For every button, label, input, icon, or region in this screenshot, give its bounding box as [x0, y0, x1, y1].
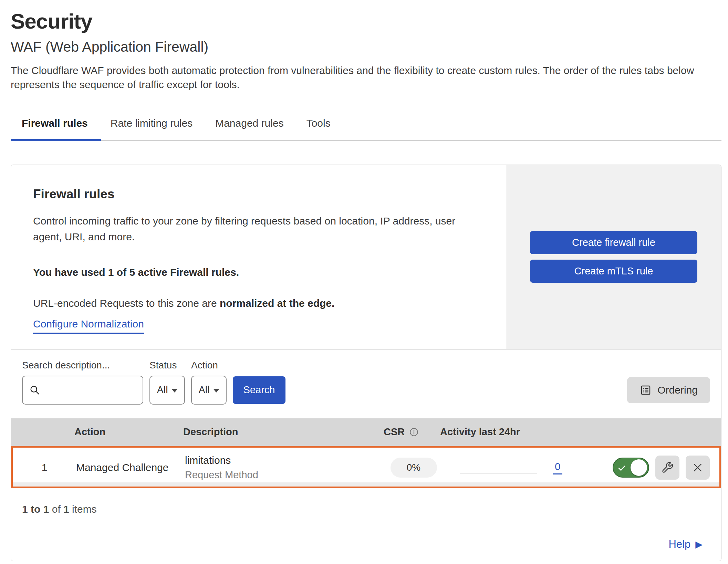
rule-description-cell: limitations Request Method — [185, 455, 385, 481]
status-select[interactable]: All — [149, 376, 185, 405]
page-description: The Cloudflare WAF provides both automat… — [11, 63, 706, 92]
list-icon — [639, 384, 652, 396]
wrench-icon — [661, 461, 674, 474]
ordering-button[interactable]: Ordering — [627, 377, 710, 403]
header-action: Action — [74, 426, 183, 438]
search-input[interactable] — [41, 378, 143, 402]
arrow-right-icon: ▶ — [695, 540, 703, 549]
tab-tools[interactable]: Tools — [306, 117, 331, 140]
csr-badge: 0% — [391, 458, 437, 478]
configure-normalization-link[interactable]: Configure Normalization — [33, 318, 144, 334]
normalization-statement: URL-encoded Requests to this zone are no… — [33, 297, 484, 309]
page-subtitle: WAF (Web Application Firewall) — [11, 39, 721, 55]
ordering-button-label: Ordering — [657, 384, 698, 396]
header-description: Description — [183, 426, 384, 438]
search-field-label: Search description... — [22, 360, 143, 371]
header-activity: Activity last 24hr — [440, 426, 602, 438]
pagination-range: 1 to 1 — [22, 503, 49, 515]
rule-action: Managed Challenge — [76, 462, 185, 473]
pagination-items: items — [69, 503, 97, 515]
action-select[interactable]: All — [191, 376, 227, 405]
rule-priority: 1 — [13, 462, 76, 473]
normalization-bold-text: normalized at the edge. — [220, 297, 334, 309]
page-title: Security — [11, 9, 721, 33]
action-field-label: Action — [191, 360, 227, 371]
filter-fields: Search description... Status All — [22, 360, 285, 405]
pagination-total: 1 — [63, 503, 69, 515]
filter-toolbar: Search description... Status All — [11, 349, 721, 418]
rule-description-detail: Request Method — [185, 469, 385, 481]
status-field-group: Status All — [149, 360, 185, 405]
delete-rule-button[interactable] — [686, 456, 710, 480]
create-mtls-rule-button[interactable]: Create mTLS rule — [530, 260, 697, 283]
status-select-value: All — [157, 384, 168, 396]
help-link-label: Help — [668, 538, 690, 551]
active-tab-indicator — [11, 139, 101, 141]
tab-managed-rules[interactable]: Managed rules — [215, 117, 283, 140]
tab-rate-limiting-rules[interactable]: Rate limiting rules — [111, 117, 193, 140]
action-field-group: Action All — [191, 360, 227, 405]
chevron-down-icon — [171, 389, 178, 393]
rule-description: limitations — [185, 455, 385, 466]
action-select-value: All — [198, 384, 209, 396]
toggle-knob — [631, 459, 647, 476]
rules-table-header: Action Description CSR Activity last 24h… — [11, 418, 721, 446]
usage-statement: You have used 1 of 5 active Firewall rul… — [33, 267, 484, 278]
rule-enabled-toggle[interactable] — [613, 458, 649, 478]
activity-sparkline — [460, 473, 537, 473]
waf-page: Security WAF (Web Application Firewall) … — [11, 9, 721, 561]
firewall-rules-summary-section: Firewall rules Control incoming traffic … — [11, 165, 721, 349]
rule-controls — [603, 456, 719, 480]
check-icon — [617, 463, 627, 474]
header-csr: CSR — [384, 426, 440, 438]
rule-csr-cell: 0% — [385, 458, 442, 478]
panel-description: Control incoming traffic to your zone by… — [33, 213, 477, 245]
table-row-rule-1: 1 Managed Challenge limitations Request … — [11, 446, 721, 488]
search-icon — [29, 384, 41, 396]
activity-count-link[interactable]: 0 — [553, 461, 562, 474]
panel-heading: Firewall rules — [33, 187, 484, 201]
help-link[interactable]: Help ▶ — [668, 538, 703, 551]
actions-side-panel: Create firewall rule Create mTLS rule — [506, 165, 721, 349]
pagination-summary: 1 to 1 of 1 items — [11, 488, 721, 529]
close-icon — [692, 462, 704, 473]
search-button[interactable]: Search — [233, 376, 285, 404]
info-icon[interactable] — [409, 427, 419, 437]
help-footer: Help ▶ — [11, 529, 721, 561]
tab-firewall-rules[interactable]: Firewall rules — [22, 117, 88, 140]
search-field-group: Search description... — [22, 360, 143, 405]
normalization-text: URL-encoded Requests to this zone are — [33, 297, 220, 309]
edit-rule-button[interactable] — [655, 456, 679, 480]
rule-activity-cell: 0 — [442, 461, 603, 474]
firewall-rules-card: Firewall rules Control incoming traffic … — [11, 165, 721, 561]
firewall-rules-summary: Firewall rules Control incoming traffic … — [11, 165, 506, 349]
header-csr-label: CSR — [384, 426, 405, 438]
create-firewall-rule-button[interactable]: Create firewall rule — [530, 231, 697, 254]
chevron-down-icon — [213, 389, 219, 393]
pagination-of: of — [49, 503, 63, 515]
waf-tab-bar: Firewall rules Rate limiting rules Manag… — [11, 117, 721, 141]
search-box[interactable] — [22, 376, 143, 405]
status-field-label: Status — [149, 360, 185, 371]
